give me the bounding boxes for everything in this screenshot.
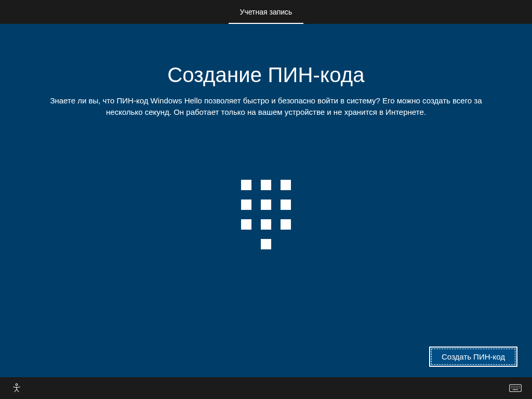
tab-account-label: Учетная запись [240, 8, 292, 16]
page-subtitle: Знаете ли вы, что ПИН-код Windows Hello … [27, 95, 505, 118]
ease-of-access-icon[interactable] [9, 381, 24, 395]
bottom-bar [0, 377, 532, 399]
tab-account[interactable]: Учетная запись [229, 0, 304, 24]
create-pin-button[interactable]: Создать ПИН-код [429, 347, 517, 367]
page-title: Создание ПИН-кода [0, 63, 532, 87]
keyboard-icon[interactable] [508, 381, 523, 395]
top-tab-bar: Учетная запись [0, 0, 532, 24]
svg-point-0 [16, 384, 18, 386]
pin-pad-icon [241, 180, 291, 249]
create-pin-button-label: Создать ПИН-код [442, 352, 505, 361]
main-panel: Создание ПИН-кода Знаете ли вы, что ПИН-… [0, 24, 532, 377]
